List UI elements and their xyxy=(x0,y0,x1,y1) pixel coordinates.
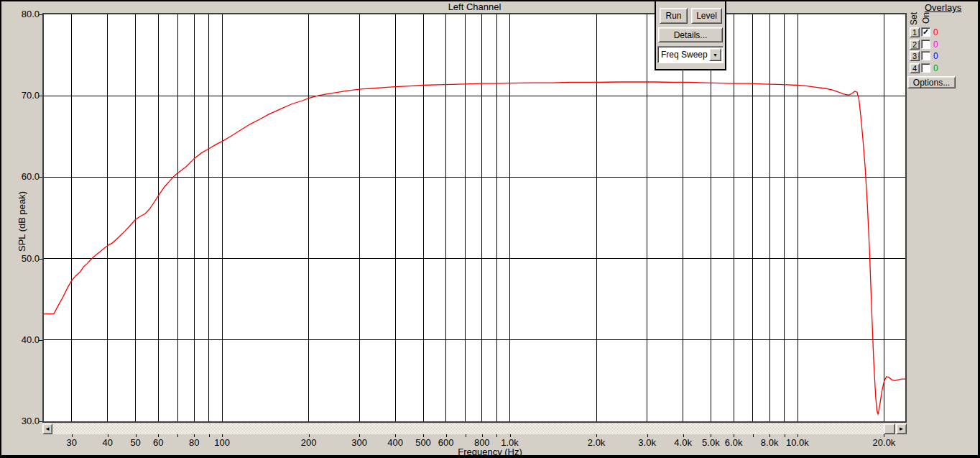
plot-area xyxy=(42,13,907,423)
control-panel: Run Level Details... Freq Sweep ▼ xyxy=(655,0,726,70)
x-tick-label: 30 xyxy=(67,437,77,448)
x-tick-mark xyxy=(209,434,210,437)
x-tick-label: 600 xyxy=(438,437,454,448)
y-tick-label: 30.0 xyxy=(0,416,40,426)
checkmark-icon: ✓ xyxy=(923,28,929,36)
x-tick-label: 10.0k xyxy=(786,437,809,448)
x-tick-label: 200 xyxy=(301,437,317,448)
chevron-down-icon: ▼ xyxy=(713,52,718,58)
overlay-value-3: 0 xyxy=(933,51,938,61)
run-button[interactable]: Run xyxy=(660,8,688,24)
overlay-value-1: 0 xyxy=(933,27,938,37)
app-window: Left Channel SPL (dB peak) 80.070.060.05… xyxy=(0,0,980,458)
overlay-on-checkbox-3[interactable] xyxy=(921,51,930,60)
x-tick-label: 6.0k xyxy=(725,437,743,448)
overlay-set-button-3[interactable]: 3 xyxy=(910,51,920,61)
overlay-set-button-2[interactable]: 2 xyxy=(910,40,920,50)
x-tick-label: 500 xyxy=(415,437,431,448)
level-button[interactable]: Level xyxy=(691,8,722,24)
scrollbar-thumb[interactable] xyxy=(884,423,895,434)
x-tick-label: 300 xyxy=(351,437,367,448)
y-tick-label: 50.0 xyxy=(0,254,40,264)
overlays-on-column-label: On xyxy=(921,12,931,24)
dropdown-button[interactable]: ▼ xyxy=(709,48,721,61)
window-border-top xyxy=(0,0,980,1)
scroll-right-button[interactable]: ► xyxy=(896,423,907,434)
x-tick-label: 60 xyxy=(153,437,163,448)
overlays-set-column-label: Set xyxy=(909,12,919,25)
y-tick-label: 80.0 xyxy=(0,9,40,19)
overlays-heading: Overlays xyxy=(925,2,961,13)
y-tick-label: 60.0 xyxy=(0,172,40,182)
x-tick-label: 40 xyxy=(103,437,113,448)
overlay-on-checkbox-1[interactable]: ✓ xyxy=(921,27,930,37)
x-tick-mark xyxy=(466,434,466,437)
x-tick-label: 400 xyxy=(387,437,403,448)
x-tick-label: 50 xyxy=(130,437,140,448)
measurement-mode-value: Freq Sweep xyxy=(661,47,709,63)
overlay-set-button-1[interactable]: 1 xyxy=(910,27,920,37)
horizontal-scrollbar[interactable]: ◄ ► xyxy=(42,423,907,434)
x-tick-label: 80 xyxy=(189,437,199,448)
y-tick-label: 70.0 xyxy=(0,91,40,101)
window-border-bottom xyxy=(0,455,980,458)
freq-sweep-curve xyxy=(44,82,905,414)
x-tick-label: 20.0k xyxy=(873,437,896,448)
overlay-on-checkbox-4[interactable] xyxy=(921,63,930,73)
chart-title: Left Channel xyxy=(42,1,907,12)
x-tick-mark xyxy=(753,434,754,437)
plot-canvas xyxy=(44,14,905,421)
x-tick-label: 3.0k xyxy=(638,437,656,448)
scroll-left-icon: ◄ xyxy=(45,426,50,432)
x-tick-mark xyxy=(496,434,497,437)
gridlines xyxy=(44,14,905,421)
measurement-mode-dropdown[interactable]: Freq Sweep ▼ xyxy=(657,46,724,63)
y-axis-title: SPL (dB peak) xyxy=(17,191,27,252)
overlay-set-button-4[interactable]: 4 xyxy=(910,63,920,73)
x-tick-label: 4.0k xyxy=(674,437,692,448)
y-tick-label: 40.0 xyxy=(0,335,40,345)
overlay-value-4: 0 xyxy=(933,63,938,73)
overlay-on-checkbox-2[interactable] xyxy=(921,40,930,49)
scroll-right-icon: ► xyxy=(899,426,905,432)
scroll-left-button[interactable]: ◄ xyxy=(42,423,52,434)
x-tick-label: 5.0k xyxy=(702,437,720,448)
options-button[interactable]: Options... xyxy=(907,76,956,88)
x-tick-mark xyxy=(785,434,785,437)
x-tick-mark xyxy=(177,434,178,437)
x-tick-label: 100 xyxy=(214,437,230,448)
window-border-left xyxy=(0,0,1,458)
details-button[interactable]: Details... xyxy=(658,27,723,42)
x-tick-label: 8.0k xyxy=(761,437,779,448)
x-tick-label: 2.0k xyxy=(588,437,606,448)
overlay-value-2: 0 xyxy=(933,40,938,50)
